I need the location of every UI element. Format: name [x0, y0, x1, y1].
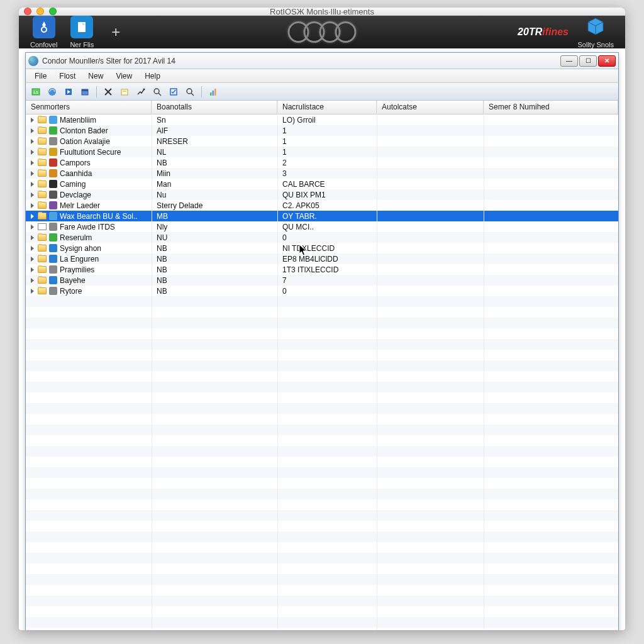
- table-row[interactable]: Fuultutiont SecureNL1: [26, 147, 618, 157]
- expand-arrow-icon[interactable]: [31, 235, 34, 240]
- minimize-button[interactable]: —: [560, 55, 578, 67]
- type-icon: [49, 255, 57, 263]
- toolbar-save-icon[interactable]: [79, 86, 91, 98]
- row-name: Clonton Bader: [60, 126, 108, 135]
- minimize-traffic-light[interactable]: [36, 8, 44, 15]
- toolbar-check-icon[interactable]: [167, 86, 180, 98]
- table-row[interactable]: RytoreNB0: [26, 286, 618, 296]
- type-icon: [49, 158, 57, 167]
- toolbar-item-1[interactable]: Ner Flis: [70, 16, 94, 48]
- expand-arrow-icon[interactable]: [31, 171, 34, 176]
- folder-icon: [38, 127, 47, 134]
- expand-arrow-icon[interactable]: [31, 214, 34, 219]
- table[interactable]: SenmortersBoanotallsNacrulistaceAutolcat…: [26, 101, 618, 630]
- row-cell-1: NB: [152, 158, 277, 167]
- table-row[interactable]: Fare Awde ITDSNlyQU MCI..: [26, 221, 618, 232]
- type-icon: [49, 265, 57, 274]
- row-cell-2: QU BIX PM1: [277, 191, 377, 199]
- table-row[interactable]: BayeheNB7: [26, 275, 618, 286]
- menu-view[interactable]: View: [109, 70, 138, 82]
- menu-file[interactable]: File: [28, 70, 53, 82]
- toolbar-item-0[interactable]: Confovel: [30, 16, 57, 48]
- expand-arrow-icon[interactable]: [31, 139, 34, 144]
- row-cell-1: NB: [152, 265, 277, 274]
- column-header-0[interactable]: Senmorters: [26, 101, 152, 114]
- row-name: Rytore: [60, 287, 82, 296]
- table-row[interactable]: Clonton BaderAlF1: [26, 125, 618, 136]
- expand-arrow-icon[interactable]: [31, 289, 34, 294]
- toolbar-trend-icon[interactable]: [135, 86, 147, 98]
- row-cell-2: 1: [277, 148, 377, 157]
- row-cell-1: NB: [152, 255, 277, 264]
- empty-row: [26, 499, 618, 510]
- inner-titlebar: Condor Mounller/s Slter for 2017 Avil 14…: [26, 53, 618, 69]
- empty-row: [26, 446, 618, 457]
- column-header-4[interactable]: Semer 8 Numihed: [484, 101, 618, 114]
- menu-new[interactable]: New: [82, 70, 109, 82]
- cube-toolbar-item[interactable]: Sollty Snols: [578, 16, 614, 48]
- toolbar-note-icon[interactable]: [118, 86, 131, 98]
- row-cell-1: MB: [152, 212, 277, 221]
- table-row[interactable]: ReserulmNU0: [26, 232, 618, 243]
- menu-help[interactable]: Help: [138, 70, 167, 82]
- expand-arrow-icon[interactable]: [31, 160, 34, 165]
- folder-icon: [38, 213, 47, 219]
- expand-arrow-icon[interactable]: [31, 150, 34, 155]
- table-row[interactable]: Melr LaederSterry DeladeC2. APK05: [26, 200, 618, 211]
- row-cell-2: 7: [277, 276, 377, 285]
- folder-icon: [38, 287, 47, 294]
- expand-arrow-icon[interactable]: [31, 182, 34, 187]
- expand-arrow-icon[interactable]: [31, 278, 34, 283]
- menu-flost[interactable]: Flost: [53, 70, 82, 82]
- table-row[interactable]: CaanhidaMiin3: [26, 168, 618, 179]
- row-cell-1: Sterry Delade: [152, 201, 277, 210]
- table-row[interactable]: CamporsNB2: [26, 157, 618, 168]
- expand-arrow-icon[interactable]: [31, 267, 34, 272]
- outer-window: RotIOSЖ Monls·Illu·etiments ConfovelNer …: [19, 8, 625, 630]
- table-row[interactable]: DevclageNuQU BIX PM1: [26, 189, 618, 200]
- toolbar-chart-icon[interactable]: [207, 86, 219, 98]
- empty-row: [26, 350, 618, 360]
- expand-arrow-icon[interactable]: [31, 225, 34, 230]
- empty-row: [26, 467, 618, 478]
- table-row[interactable]: La EngurenNBEP8 MB4LlClDD: [26, 253, 618, 264]
- toolbar-search2-icon[interactable]: [184, 86, 196, 98]
- table-row[interactable]: MatenbliimSnLO) Grroil: [26, 114, 618, 125]
- column-header-1[interactable]: Boanotalls: [152, 101, 277, 114]
- row-cell-1: NL: [152, 148, 277, 157]
- add-toolbar-item-button[interactable]: +: [111, 23, 120, 41]
- cube-icon: [584, 16, 607, 38]
- table-row[interactable]: Oation AvalajieNRESER1: [26, 136, 618, 147]
- toolbar-play-icon[interactable]: [62, 86, 75, 98]
- folder-icon: [38, 170, 47, 177]
- table-row[interactable]: CamingManCAL BARCE: [26, 179, 618, 189]
- row-name: Fare Awde ITDS: [60, 223, 115, 231]
- expand-arrow-icon[interactable]: [31, 257, 34, 262]
- type-icon: [49, 212, 57, 220]
- close-button[interactable]: ✕: [598, 55, 616, 67]
- expand-arrow-icon[interactable]: [31, 246, 34, 251]
- app-icon: [28, 56, 38, 66]
- empty-row: [26, 435, 618, 446]
- expand-arrow-icon[interactable]: [31, 118, 34, 123]
- row-cell-1: AlF: [152, 126, 277, 135]
- expand-arrow-icon[interactable]: [31, 128, 34, 133]
- toolbar-list-icon[interactable]: Ls: [30, 86, 42, 98]
- empty-row: [26, 339, 618, 350]
- folder-icon: [38, 266, 47, 273]
- close-traffic-light[interactable]: [24, 8, 31, 15]
- toolbar-search-icon[interactable]: [151, 86, 164, 98]
- table-row[interactable]: Wax Bearch BU & Sol..MBOY TABR.: [26, 211, 618, 221]
- toolbar-globe-icon[interactable]: [46, 86, 58, 98]
- empty-row: [26, 617, 618, 628]
- empty-row: [26, 425, 618, 435]
- expand-arrow-icon[interactable]: [31, 203, 34, 208]
- maximize-button[interactable]: ☐: [579, 55, 597, 67]
- column-header-2[interactable]: Nacrulistace: [277, 101, 377, 114]
- table-row[interactable]: PraymiliesNB1T3 ITlXLECCID: [26, 264, 618, 275]
- column-header-3[interactable]: Autolcatse: [377, 101, 484, 114]
- expand-arrow-icon[interactable]: [31, 192, 34, 197]
- toolbar-delete-icon[interactable]: [102, 86, 114, 98]
- table-row[interactable]: Sysign ahonNBNI TDXLECCID: [26, 243, 618, 253]
- zoom-traffic-light[interactable]: [49, 8, 57, 15]
